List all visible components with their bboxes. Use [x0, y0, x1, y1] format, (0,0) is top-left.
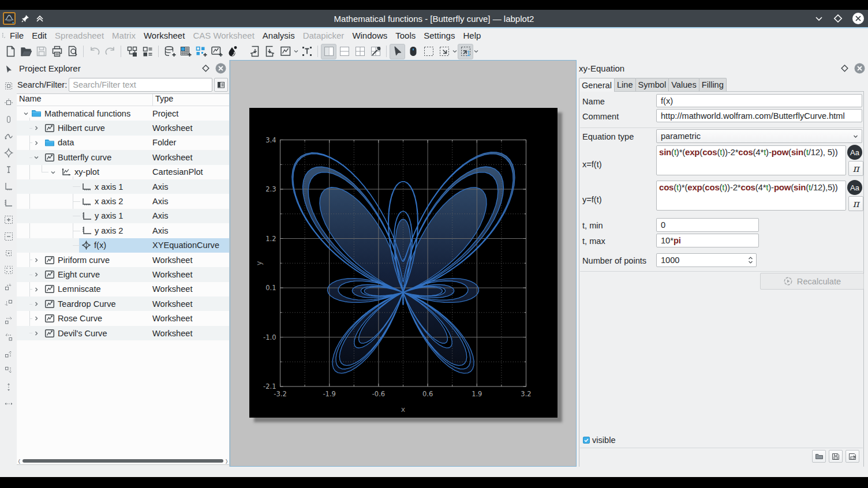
shift-up-y-button[interactable] — [1, 346, 16, 361]
close-panel-icon[interactable] — [854, 63, 865, 74]
tree-row-piriform-curve[interactable]: Piriform curveWorksheet — [17, 253, 229, 267]
worksheet-view[interactable]: -3.2-1.9-0.60.61.93.23.42.31.20.1-1.0-2.… — [230, 60, 577, 467]
menu-analysis[interactable]: Analysis — [259, 29, 299, 42]
zoom-fit-page-dropdown-arrow[interactable] — [473, 44, 479, 59]
zoom-select-mode-button[interactable] — [421, 44, 436, 59]
tree-row-rose-curve[interactable]: Rose CurveWorksheet — [17, 311, 229, 325]
points-spinbox[interactable]: 1000 — [656, 253, 757, 267]
scroll-right-arrow[interactable]: ❭ — [225, 459, 229, 464]
zoom-in-button[interactable] — [1, 212, 16, 227]
zoom-out-button[interactable] — [1, 229, 16, 244]
zoom-fit-x-button[interactable] — [1, 279, 16, 294]
name-field[interactable]: f(x) — [656, 94, 862, 107]
import-button[interactable] — [246, 44, 262, 59]
tree-row-xy-plot[interactable]: xy-plotCartesianPlot — [17, 165, 229, 179]
float-panel-icon[interactable] — [840, 64, 849, 73]
column-header-name[interactable]: Name — [17, 94, 153, 106]
scrollbar-handle[interactable] — [23, 459, 223, 463]
menu-spreadsheet[interactable]: Spreadsheet — [51, 29, 108, 42]
tree-row-teardrop-curve[interactable]: Teardrop CurveWorksheet — [17, 296, 229, 311]
add-text-label-button[interactable] — [1, 162, 16, 177]
new-notes-button[interactable] — [140, 44, 155, 59]
new-plot-dropdown-arrow[interactable] — [293, 44, 299, 59]
select-and-edit-mode-button[interactable] — [1, 62, 16, 77]
tmin-field[interactable]: 0 — [656, 218, 759, 232]
menu-edit[interactable]: Edit — [28, 29, 51, 42]
new-cas-worksheet-button[interactable] — [224, 44, 240, 59]
columns-settings-button[interactable] — [214, 78, 228, 92]
layout-grid-button[interactable] — [352, 44, 368, 59]
layout-vertical-button[interactable] — [321, 44, 336, 59]
float-panel-icon[interactable] — [201, 64, 210, 73]
minimize-button[interactable] — [814, 13, 824, 24]
zoom-fit-button[interactable] — [1, 262, 16, 277]
y-functions-button[interactable]: π — [848, 196, 863, 211]
document-save-button[interactable] — [33, 44, 49, 59]
tree-row-y-axis-2[interactable]: y axis 2Axis — [17, 223, 229, 238]
new-worksheet-button[interactable] — [208, 44, 224, 59]
x-constants-button[interactable]: Aa — [847, 145, 862, 160]
scale-auto-x-button[interactable] — [1, 380, 16, 395]
x-equation-input[interactable]: sin(t)*(exp(cos(t))-2*cos(4*t)-pow(sin(t… — [656, 145, 846, 175]
print-preview-button[interactable] — [65, 44, 80, 59]
shift-down-y-button[interactable] — [1, 363, 16, 378]
new-spreadsheet-button[interactable] — [162, 44, 177, 59]
save-as-template-button[interactable] — [845, 450, 859, 463]
tree-row-eight-curve[interactable]: Eight curveWorksheet — [17, 267, 229, 281]
menu-tools[interactable]: Tools — [391, 29, 420, 42]
menu-cas-worksheet[interactable]: CAS Worksheet — [189, 29, 258, 42]
save-template-button[interactable] — [829, 450, 843, 463]
layout-break-button[interactable] — [368, 44, 383, 59]
shift-left-x-button[interactable] — [1, 313, 16, 328]
x-functions-button[interactable]: π — [848, 161, 863, 176]
select-mode-button[interactable] — [390, 44, 405, 59]
tree-row-mathematical-functions[interactable]: Mathematical functionsProject — [17, 106, 229, 121]
tree-row-y-axis-1[interactable]: y axis 1Axis — [17, 209, 229, 223]
pin-icon[interactable] — [21, 14, 30, 23]
new-datapicker-button[interactable] — [193, 44, 208, 59]
tree-row-f-x-[interactable]: f(x)XYEquationCurve — [17, 238, 229, 253]
new-plot-button[interactable] — [278, 44, 293, 59]
menu-worksheet[interactable]: Worksheet — [140, 29, 189, 42]
document-open-button[interactable] — [18, 44, 33, 59]
add-equation-curve-button[interactable] — [1, 145, 16, 160]
horizontal-scrollbar[interactable]: ❬ ❭ — [17, 458, 229, 464]
menu-file[interactable]: File — [6, 29, 28, 42]
menu-matrix[interactable]: Matrix — [108, 29, 140, 42]
scroll-left-arrow[interactable]: ❬ — [17, 459, 21, 464]
tab-values[interactable]: Values — [668, 78, 699, 91]
column-header-type[interactable]: Type — [153, 94, 173, 106]
tree-row-x-axis-2[interactable]: x axis 2Axis — [17, 194, 229, 208]
layout-horizontal-button[interactable] — [336, 44, 352, 59]
tree-row-x-axis-1[interactable]: x axis 1Axis — [17, 179, 229, 194]
y-constants-button[interactable]: Aa — [847, 180, 862, 195]
zoom-fit-selection-button[interactable] — [436, 44, 452, 59]
tree-row-hilbert-curve[interactable]: Hilbert curveWorksheet — [17, 121, 229, 135]
zoom-origin-button[interactable] — [1, 246, 16, 261]
new-workbook-button[interactable] — [124, 44, 140, 59]
menu-datapicker[interactable]: Datapicker — [299, 29, 349, 42]
search-filter-input[interactable]: Search/Filter text — [69, 78, 212, 92]
edit-undo-button[interactable] — [87, 44, 102, 59]
document-new-button[interactable] — [2, 44, 18, 59]
tab-line[interactable]: Line — [614, 78, 636, 91]
add-y-axis-button[interactable] — [1, 196, 16, 211]
edit-redo-button[interactable] — [102, 44, 118, 59]
comment-field[interactable]: http://mathworld.wolfram.com/ButterflyCu… — [656, 109, 862, 122]
menu-settings[interactable]: Settings — [420, 29, 459, 42]
close-panel-icon[interactable] — [215, 63, 226, 74]
tree-row-devil-s-curve[interactable]: Devil's CurveWorksheet — [17, 326, 229, 340]
visible-row[interactable]: visible — [583, 436, 616, 445]
menu-windows[interactable]: Windows — [348, 29, 391, 42]
document-print-button[interactable] — [49, 44, 65, 59]
collapse-titlebar-icon[interactable] — [35, 14, 44, 23]
tree-row-data[interactable]: dataFolder — [17, 136, 229, 150]
zoom-fit-selection-dropdown-arrow[interactable] — [452, 44, 458, 59]
add-x-axis-button[interactable] — [1, 179, 16, 194]
maximize-button[interactable] — [833, 13, 843, 24]
navigation-mode-button[interactable] — [1, 95, 16, 110]
crosshair-mode-button[interactable] — [1, 78, 16, 93]
tab-symbol[interactable]: Symbol — [635, 78, 669, 91]
load-template-button[interactable] — [812, 450, 826, 463]
tree-row-butterfly-curve[interactable]: Butterfly curveWorksheet — [17, 150, 229, 164]
